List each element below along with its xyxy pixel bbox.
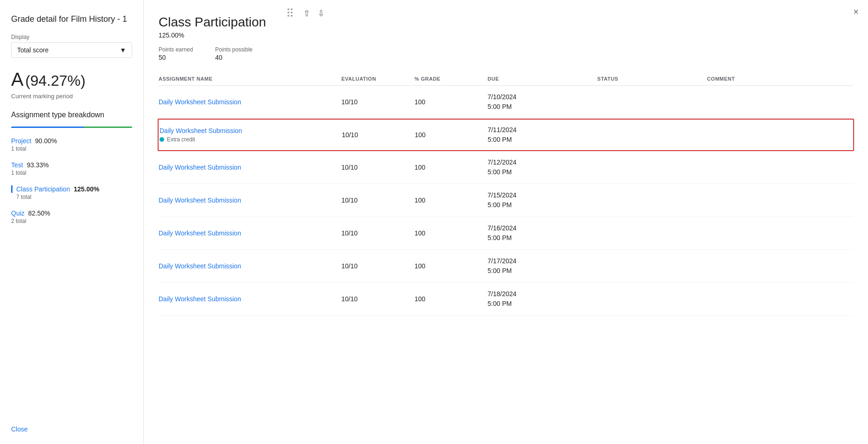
evaluation-cell: 10/10 (341, 262, 415, 270)
grade-cell: 100 (415, 295, 488, 303)
close-button[interactable]: Close (11, 425, 132, 433)
table-header-cell: % GRADE (415, 76, 488, 82)
modal-container: Grade detail for Film History - 1 Displa… (0, 0, 868, 444)
marking-period: Current marking period (11, 93, 132, 100)
close-x-button[interactable]: × (853, 6, 859, 17)
table-row: Daily Worksheet Submission10/101007/16/2… (159, 217, 853, 250)
breakdown-item-name[interactable]: Project (11, 137, 32, 145)
breakdown-item-total: 1 total (11, 170, 132, 176)
table-row: Daily Worksheet Submission10/101007/17/2… (159, 250, 853, 283)
assignment-link[interactable]: Daily Worksheet Submission (159, 262, 241, 270)
assignment-link[interactable]: Daily Worksheet Submission (159, 98, 241, 106)
breakdown-item-total: 1 total (11, 146, 132, 152)
grade-cell: 100 (415, 229, 488, 237)
breakdown-item-name[interactable]: Class Participation (16, 185, 70, 193)
table-header-cell: EVALUATION (341, 76, 415, 82)
grade-cell: 100 (415, 131, 487, 139)
extra-credit-label: Extra credit (167, 136, 195, 143)
assignment-name-cell: Daily Worksheet Submission (159, 164, 341, 171)
display-label: Display (11, 34, 132, 40)
assignment-name-cell: Daily Worksheet Submission (159, 229, 341, 237)
assignment-name-cell: Daily Worksheet Submission (159, 295, 341, 303)
grade-display: A (94.27%) (11, 69, 132, 90)
grade-cell: 100 (415, 98, 488, 106)
evaluation-cell: 10/10 (341, 164, 415, 171)
left-panel: Grade detail for Film History - 1 Displa… (0, 0, 144, 444)
due-cell: 7/17/20245:00 PM (488, 256, 598, 276)
due-cell: 7/11/20245:00 PM (488, 125, 597, 145)
grade-percent: (94.27%) (26, 72, 86, 89)
assignment-link[interactable]: Daily Worksheet Submission (160, 127, 242, 134)
chevron-down-icon: ▼ (120, 46, 126, 54)
assignment-link[interactable]: Daily Worksheet Submission (159, 197, 241, 204)
points-possible-group: Points possible 40 (215, 46, 253, 61)
due-cell: 7/16/20245:00 PM (488, 223, 598, 243)
points-earned-value: 50 (159, 54, 193, 61)
breakdown-item: Class Participation 125.00% 7 total (11, 185, 132, 200)
table-header-cell: COMMENT (707, 76, 853, 82)
table-header-cell: ASSIGNMENT NAME (159, 76, 341, 82)
breakdown-list: Project 90.00% 1 total Test 93.33% 1 tot… (11, 137, 132, 234)
assignment-name-cell: Daily Worksheet Submission (159, 262, 341, 270)
evaluation-cell: 10/10 (342, 131, 415, 139)
due-cell: 7/12/20245:00 PM (488, 158, 598, 177)
grade-cell: 100 (415, 262, 488, 270)
assignment-name-cell: Daily Worksheet SubmissionExtra credit (160, 127, 342, 143)
points-earned-group: Points earned 50 (159, 46, 193, 61)
evaluation-cell: 10/10 (341, 295, 415, 303)
table-row: Daily Worksheet Submission10/101007/18/2… (159, 283, 853, 316)
nav-up-button[interactable]: ⇧ (301, 6, 312, 20)
breakdown-item: Project 90.00% 1 total (11, 137, 132, 152)
grade-letter: A (11, 69, 24, 89)
assignment-link[interactable]: Daily Worksheet Submission (159, 295, 241, 303)
table-row: Daily Worksheet Submission10/101007/10/2… (159, 86, 853, 119)
panel-title: Grade detail for Film History - 1 (11, 14, 132, 25)
points-possible-value: 40 (215, 54, 253, 61)
breakdown-item-pct: 93.33% (27, 161, 49, 169)
breakdown-item-pct: 125.00% (74, 185, 99, 193)
table-body: Daily Worksheet Submission10/101007/10/2… (144, 86, 868, 316)
display-select[interactable]: Total score ▼ (11, 42, 132, 58)
breakdown-item-total: 7 total (16, 194, 132, 200)
assignment-link[interactable]: Daily Worksheet Submission (159, 229, 241, 237)
category-percent: 125.00% (159, 32, 853, 39)
grade-cell: 100 (415, 197, 488, 204)
category-title: Class Participation (159, 15, 853, 30)
assignment-name-cell: Daily Worksheet Submission (159, 98, 341, 106)
table-header: ASSIGNMENT NAMEEVALUATION% GRADEDUESTATU… (159, 72, 853, 86)
extra-credit-badge: Extra credit (160, 136, 342, 143)
display-value: Total score (17, 46, 49, 54)
breakdown-item: Test 93.33% 1 total (11, 161, 132, 176)
assignment-link[interactable]: Daily Worksheet Submission (159, 164, 241, 171)
breakdown-item-pct: 82.50% (28, 209, 50, 217)
due-cell: 7/18/20245:00 PM (488, 289, 598, 309)
evaluation-cell: 10/10 (341, 197, 415, 204)
breakdown-item: Quiz 82.50% 2 total (11, 209, 132, 224)
right-header: Class Participation 125.00% Points earne… (144, 0, 868, 72)
nav-down-button[interactable]: ⇩ (316, 6, 326, 20)
table-header-cell: DUE (488, 76, 598, 82)
drag-handle[interactable] (287, 8, 293, 17)
due-cell: 7/10/20245:00 PM (488, 92, 598, 112)
table-row: Daily Worksheet Submission10/101007/12/2… (159, 151, 853, 184)
points-possible-label: Points possible (215, 46, 253, 53)
points-row: Points earned 50 Points possible 40 (159, 46, 853, 61)
table-row: Daily Worksheet SubmissionExtra credit10… (158, 119, 854, 151)
extra-credit-dot (160, 137, 164, 142)
right-panel: ⇧ ⇩ × Class Participation 125.00% Points… (144, 0, 868, 444)
breakdown-indicator (11, 127, 132, 128)
grade-cell: 100 (415, 164, 488, 171)
breakdown-item-name[interactable]: Quiz (11, 209, 25, 217)
assignment-name-cell: Daily Worksheet Submission (159, 197, 341, 204)
table-header-cell: STATUS (597, 76, 707, 82)
breakdown-item-name[interactable]: Test (11, 161, 23, 169)
evaluation-cell: 10/10 (341, 98, 415, 106)
due-cell: 7/15/20245:00 PM (488, 190, 598, 210)
table-row: Daily Worksheet Submission10/101007/15/2… (159, 184, 853, 217)
nav-arrows: ⇧ ⇩ (301, 6, 326, 20)
points-earned-label: Points earned (159, 46, 193, 53)
evaluation-cell: 10/10 (341, 229, 415, 237)
breakdown-title: Assignment type breakdown (11, 111, 132, 119)
breakdown-item-pct: 90.00% (35, 137, 57, 145)
breakdown-item-total: 2 total (11, 218, 132, 224)
